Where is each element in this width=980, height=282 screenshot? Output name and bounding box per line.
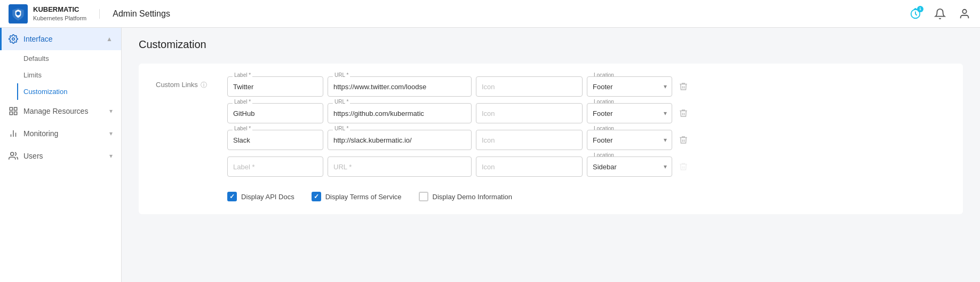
customization-card: Custom Links ⓘ Label * URL * <box>139 64 963 214</box>
svg-rect-5 <box>10 107 12 110</box>
delete-button-1[interactable] <box>676 106 690 120</box>
checkbox-terms-label: Display Terms of Service <box>325 193 402 201</box>
label-field-label-1: Label * <box>233 99 252 105</box>
url-field-label-0: URL * <box>333 72 350 78</box>
url-input-2[interactable] <box>328 130 472 150</box>
url-field-1: URL * <box>328 103 472 123</box>
label-field-label-0: Label * <box>233 72 252 78</box>
url-field-2: URL * <box>328 130 472 150</box>
page-title-header: Admin Settings <box>99 9 170 19</box>
location-field-0: Location Footer Sidebar <box>587 76 672 97</box>
checkbox-item-demo[interactable]: Display Demo Information <box>419 192 513 201</box>
label-field-label-2: Label * <box>233 126 252 131</box>
checkbox-api-docs[interactable] <box>227 192 237 201</box>
icon-input-2[interactable] <box>476 130 583 150</box>
location-select-wrapper-3: Footer Sidebar <box>587 156 672 177</box>
url-field-0: URL * <box>328 76 472 97</box>
update-icon[interactable]: 1 <box>909 7 922 21</box>
location-select-1[interactable]: Footer Sidebar <box>587 103 672 123</box>
link-row-1: Label * URL * Location <box>227 103 946 123</box>
link-row-3: Location Footer Sidebar <box>227 156 946 177</box>
svg-rect-6 <box>14 107 17 110</box>
chevron-up-icon: ▲ <box>106 35 113 43</box>
section-title: Customization <box>139 38 963 51</box>
location-select-0[interactable]: Footer Sidebar <box>587 76 672 97</box>
sidebar-sub-item-limits[interactable]: Limits <box>23 67 121 83</box>
info-icon[interactable]: ⓘ <box>201 81 207 90</box>
sidebar-item-monitoring-label: Monitoring <box>23 129 104 138</box>
svg-rect-8 <box>14 112 17 115</box>
sidebar-item-users-label: Users <box>23 152 104 160</box>
location-select-wrapper-2: Footer Sidebar <box>587 130 672 150</box>
label-field-3 <box>227 156 323 177</box>
location-field-2: Location Footer Sidebar <box>587 130 672 150</box>
topnav-icons: 1 <box>909 7 971 21</box>
sidebar-item-manage-resources-label: Manage Resources <box>23 107 104 115</box>
svg-point-4 <box>12 38 15 41</box>
url-field-3 <box>328 156 472 177</box>
label-input-3[interactable] <box>227 156 323 177</box>
label-field-2: Label * <box>227 130 323 150</box>
custom-links-label: Custom Links ⓘ <box>156 76 214 201</box>
svg-point-1 <box>16 11 20 15</box>
icon-input-3[interactable] <box>476 156 583 177</box>
sidebar-sub-item-customization[interactable]: Customization <box>17 83 121 100</box>
logo[interactable]: KUBERMATIC Kubernetes Platform <box>9 4 86 24</box>
icon-field-3 <box>476 156 583 177</box>
delete-button-3[interactable] <box>676 160 690 174</box>
icon-field-2 <box>476 130 583 150</box>
icon-field-1 <box>476 103 583 123</box>
url-input-3[interactable] <box>328 156 472 177</box>
label-field-1: Label * <box>227 103 323 123</box>
link-row-2: Label * URL * Location <box>227 130 946 150</box>
checkbox-item-api-docs[interactable]: Display API Docs <box>227 192 294 201</box>
location-select-2[interactable]: Footer Sidebar <box>587 130 672 150</box>
icon-field-0 <box>476 76 583 97</box>
label-input-0[interactable] <box>227 76 323 97</box>
settings-icon <box>9 34 18 44</box>
location-field-1: Location Footer Sidebar <box>587 103 672 123</box>
sidebar-item-manage-resources[interactable]: Manage Resources ▾ <box>0 100 121 122</box>
people-icon <box>9 151 18 161</box>
url-input-1[interactable] <box>328 103 472 123</box>
location-select-3[interactable]: Footer Sidebar <box>587 156 672 177</box>
checkbox-demo-label: Display Demo Information <box>433 193 513 201</box>
url-input-0[interactable] <box>328 76 472 97</box>
user-icon[interactable] <box>958 7 971 21</box>
location-field-3: Location Footer Sidebar <box>587 156 672 177</box>
label-input-1[interactable] <box>227 103 323 123</box>
delete-button-0[interactable] <box>676 80 690 93</box>
sidebar-item-monitoring[interactable]: Monitoring ▾ <box>0 122 121 145</box>
svg-point-12 <box>11 152 14 155</box>
delete-button-2[interactable] <box>676 133 690 147</box>
chevron-down-icon-users: ▾ <box>109 152 113 160</box>
url-field-label-2: URL * <box>333 126 350 131</box>
sidebar: Interface ▲ Defaults Limits Customizatio… <box>0 28 122 282</box>
notification-icon[interactable] <box>933 7 947 21</box>
location-select-wrapper-0: Footer Sidebar <box>587 76 672 97</box>
label-input-2[interactable] <box>227 130 323 150</box>
sidebar-sub-interface: Defaults Limits Customization <box>0 50 121 100</box>
topnav: KUBERMATIC Kubernetes Platform Admin Set… <box>0 0 980 28</box>
checkbox-item-terms[interactable]: Display Terms of Service <box>312 192 402 201</box>
icon-input-0[interactable] <box>476 76 583 97</box>
label-field-0: Label * <box>227 76 323 97</box>
svg-point-3 <box>962 9 966 13</box>
checkbox-terms[interactable] <box>312 192 321 201</box>
links-rows: Label * URL * Location <box>227 76 946 201</box>
sidebar-item-users[interactable]: Users ▾ <box>0 145 121 167</box>
logo-icon <box>9 4 28 24</box>
sidebar-item-interface-label: Interface <box>23 35 101 43</box>
grid-icon <box>9 106 18 116</box>
chevron-down-icon-manage: ▾ <box>109 107 113 115</box>
main-content: Customization Custom Links ⓘ Label * <box>122 28 980 282</box>
icon-input-1[interactable] <box>476 103 583 123</box>
svg-rect-7 <box>10 112 12 115</box>
sidebar-sub-item-defaults[interactable]: Defaults <box>23 50 121 67</box>
custom-links-section: Custom Links ⓘ Label * URL * <box>156 76 946 201</box>
link-row-0: Label * URL * Location <box>227 76 946 97</box>
sidebar-item-interface[interactable]: Interface ▲ <box>0 28 121 50</box>
checkbox-demo[interactable] <box>419 192 428 201</box>
checkboxes-row: Display API Docs Display Terms of Servic… <box>227 187 946 201</box>
location-select-wrapper-1: Footer Sidebar <box>587 103 672 123</box>
